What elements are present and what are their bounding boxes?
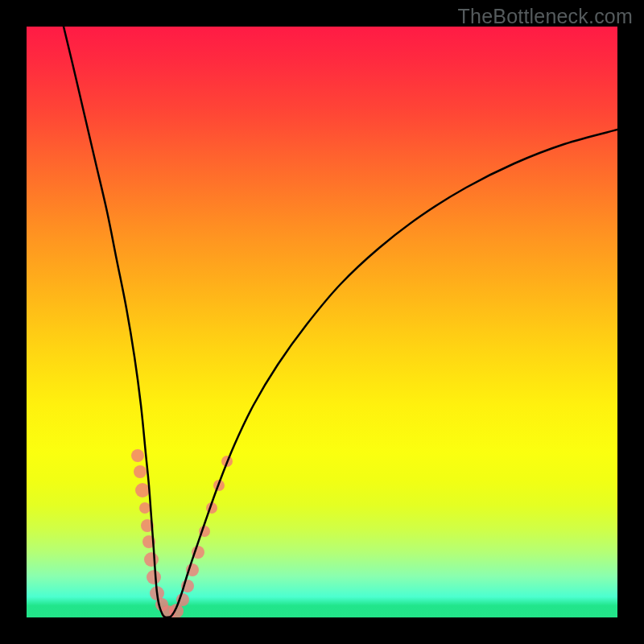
- scatter-point: [147, 570, 161, 584]
- scatter-point: [131, 449, 144, 462]
- scatter-point: [139, 502, 151, 514]
- curves-layer: [27, 27, 617, 617]
- plot-area: [27, 27, 617, 617]
- curve-left-curve: [64, 27, 167, 617]
- curve-right-curve: [167, 130, 617, 617]
- scatter-point: [134, 465, 147, 478]
- scatter-point: [135, 483, 150, 497]
- chart-frame: TheBottleneck.com: [0, 0, 644, 644]
- scatter-point: [144, 552, 159, 567]
- watermark-text: TheBottleneck.com: [458, 5, 633, 28]
